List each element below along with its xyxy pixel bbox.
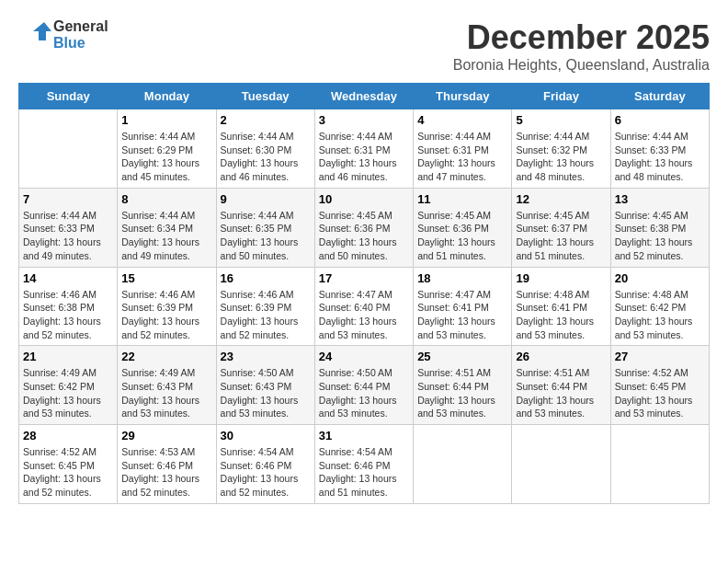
day-info: Sunrise: 4:44 AM Sunset: 6:31 PM Dayligh… bbox=[319, 130, 409, 184]
calendar-cell: 1 Sunrise: 4:44 AM Sunset: 6:29 PM Dayli… bbox=[118, 109, 216, 189]
calendar-cell: 11 Sunrise: 4:45 AM Sunset: 6:36 PM Dayl… bbox=[414, 188, 512, 267]
day-info: Sunrise: 4:44 AM Sunset: 6:33 PM Dayligh… bbox=[615, 130, 705, 184]
day-number: 20 bbox=[615, 271, 705, 285]
day-number: 25 bbox=[417, 350, 507, 363]
day-info: Sunrise: 4:52 AM Sunset: 6:45 PM Dayligh… bbox=[23, 445, 113, 500]
day-info: Sunrise: 4:47 AM Sunset: 6:41 PM Dayligh… bbox=[417, 288, 507, 342]
calendar-cell: 30 Sunrise: 4:54 AM Sunset: 6:46 PM Dayl… bbox=[216, 425, 314, 504]
day-number: 6 bbox=[615, 113, 705, 127]
location-title: Boronia Heights, Queensland, Australia bbox=[453, 57, 710, 74]
day-info: Sunrise: 4:53 AM Sunset: 6:46 PM Dayligh… bbox=[121, 445, 211, 500]
day-info: Sunrise: 4:44 AM Sunset: 6:29 PM Dayligh… bbox=[121, 130, 211, 184]
day-number: 31 bbox=[319, 429, 409, 442]
calendar-cell: 13 Sunrise: 4:45 AM Sunset: 6:38 PM Dayl… bbox=[610, 188, 709, 267]
calendar-cell: 16 Sunrise: 4:46 AM Sunset: 6:39 PM Dayl… bbox=[216, 267, 314, 346]
calendar-cell: 20 Sunrise: 4:48 AM Sunset: 6:42 PM Dayl… bbox=[610, 267, 709, 346]
weekday-header-sunday: Sunday bbox=[19, 84, 118, 109]
day-number: 11 bbox=[417, 192, 507, 206]
day-number: 4 bbox=[417, 113, 507, 127]
calendar-cell: 5 Sunrise: 4:44 AM Sunset: 6:32 PM Dayli… bbox=[512, 109, 610, 189]
logo-blue-text: Blue bbox=[53, 35, 108, 52]
weekday-header-tuesday: Tuesday bbox=[216, 84, 314, 109]
weekday-header-row: SundayMondayTuesdayWednesdayThursdayFrid… bbox=[19, 84, 710, 109]
calendar-cell: 19 Sunrise: 4:48 AM Sunset: 6:41 PM Dayl… bbox=[512, 267, 610, 346]
day-info: Sunrise: 4:51 AM Sunset: 6:44 PM Dayligh… bbox=[516, 366, 606, 420]
week-row-2: 7 Sunrise: 4:44 AM Sunset: 6:33 PM Dayli… bbox=[19, 188, 710, 267]
day-info: Sunrise: 4:45 AM Sunset: 6:38 PM Dayligh… bbox=[615, 209, 705, 263]
calendar-cell: 25 Sunrise: 4:51 AM Sunset: 6:44 PM Dayl… bbox=[414, 346, 512, 425]
calendar-cell bbox=[512, 425, 610, 504]
calendar-cell: 15 Sunrise: 4:46 AM Sunset: 6:39 PM Dayl… bbox=[118, 267, 216, 346]
calendar-cell: 23 Sunrise: 4:50 AM Sunset: 6:43 PM Dayl… bbox=[216, 346, 314, 425]
day-info: Sunrise: 4:48 AM Sunset: 6:41 PM Dayligh… bbox=[516, 288, 606, 342]
day-number: 12 bbox=[516, 192, 606, 206]
day-number: 22 bbox=[121, 350, 211, 363]
day-number: 15 bbox=[121, 271, 211, 285]
calendar-cell: 10 Sunrise: 4:45 AM Sunset: 6:36 PM Dayl… bbox=[314, 188, 413, 267]
weekday-header-wednesday: Wednesday bbox=[314, 84, 413, 109]
page-header: General Blue December 2025 Boronia Heigh… bbox=[18, 18, 710, 74]
day-info: Sunrise: 4:46 AM Sunset: 6:39 PM Dayligh… bbox=[121, 288, 211, 342]
day-info: Sunrise: 4:44 AM Sunset: 6:30 PM Dayligh… bbox=[221, 130, 311, 184]
calendar-cell: 3 Sunrise: 4:44 AM Sunset: 6:31 PM Dayli… bbox=[314, 109, 413, 189]
day-number: 2 bbox=[221, 113, 311, 127]
calendar-cell: 9 Sunrise: 4:44 AM Sunset: 6:35 PM Dayli… bbox=[216, 188, 314, 267]
day-info: Sunrise: 4:49 AM Sunset: 6:42 PM Dayligh… bbox=[23, 366, 113, 420]
calendar-cell bbox=[610, 425, 709, 504]
day-info: Sunrise: 4:52 AM Sunset: 6:45 PM Dayligh… bbox=[615, 366, 705, 420]
title-section: December 2025 Boronia Heights, Queenslan… bbox=[453, 18, 710, 74]
weekday-header-monday: Monday bbox=[118, 84, 216, 109]
day-info: Sunrise: 4:54 AM Sunset: 6:46 PM Dayligh… bbox=[319, 445, 409, 500]
day-info: Sunrise: 4:46 AM Sunset: 6:39 PM Dayligh… bbox=[221, 288, 311, 342]
day-number: 19 bbox=[516, 271, 606, 285]
day-number: 7 bbox=[23, 192, 113, 206]
calendar-cell: 21 Sunrise: 4:49 AM Sunset: 6:42 PM Dayl… bbox=[19, 346, 118, 425]
calendar-cell: 28 Sunrise: 4:52 AM Sunset: 6:45 PM Dayl… bbox=[19, 425, 118, 504]
day-info: Sunrise: 4:49 AM Sunset: 6:43 PM Dayligh… bbox=[121, 366, 211, 420]
day-info: Sunrise: 4:44 AM Sunset: 6:31 PM Dayligh… bbox=[417, 130, 507, 184]
calendar-cell: 27 Sunrise: 4:52 AM Sunset: 6:45 PM Dayl… bbox=[610, 346, 709, 425]
day-info: Sunrise: 4:47 AM Sunset: 6:40 PM Dayligh… bbox=[319, 288, 409, 342]
day-number: 28 bbox=[23, 429, 113, 442]
day-number: 26 bbox=[516, 350, 606, 363]
calendar-cell: 12 Sunrise: 4:45 AM Sunset: 6:37 PM Dayl… bbox=[512, 188, 610, 267]
calendar-cell: 8 Sunrise: 4:44 AM Sunset: 6:34 PM Dayli… bbox=[118, 188, 216, 267]
logo: General Blue bbox=[18, 18, 108, 52]
logo-container: General Blue bbox=[18, 18, 108, 52]
calendar-table: SundayMondayTuesdayWednesdayThursdayFrid… bbox=[18, 83, 710, 504]
day-info: Sunrise: 4:44 AM Sunset: 6:32 PM Dayligh… bbox=[516, 130, 606, 184]
calendar-cell: 6 Sunrise: 4:44 AM Sunset: 6:33 PM Dayli… bbox=[610, 109, 709, 189]
calendar-cell: 18 Sunrise: 4:47 AM Sunset: 6:41 PM Dayl… bbox=[414, 267, 512, 346]
calendar-cell: 26 Sunrise: 4:51 AM Sunset: 6:44 PM Dayl… bbox=[512, 346, 610, 425]
svg-marker-0 bbox=[33, 22, 51, 40]
day-info: Sunrise: 4:44 AM Sunset: 6:35 PM Dayligh… bbox=[221, 209, 311, 263]
week-row-4: 21 Sunrise: 4:49 AM Sunset: 6:42 PM Dayl… bbox=[19, 346, 710, 425]
day-number: 10 bbox=[319, 192, 409, 206]
day-number: 16 bbox=[221, 271, 311, 285]
day-number: 21 bbox=[23, 350, 113, 363]
day-info: Sunrise: 4:44 AM Sunset: 6:34 PM Dayligh… bbox=[121, 209, 211, 263]
day-info: Sunrise: 4:45 AM Sunset: 6:36 PM Dayligh… bbox=[319, 209, 409, 263]
calendar-cell: 22 Sunrise: 4:49 AM Sunset: 6:43 PM Dayl… bbox=[118, 346, 216, 425]
calendar-cell: 24 Sunrise: 4:50 AM Sunset: 6:44 PM Dayl… bbox=[314, 346, 413, 425]
calendar-cell: 2 Sunrise: 4:44 AM Sunset: 6:30 PM Dayli… bbox=[216, 109, 314, 189]
day-number: 1 bbox=[121, 113, 211, 127]
day-info: Sunrise: 4:54 AM Sunset: 6:46 PM Dayligh… bbox=[221, 445, 311, 500]
day-number: 29 bbox=[121, 429, 211, 442]
day-info: Sunrise: 4:48 AM Sunset: 6:42 PM Dayligh… bbox=[615, 288, 705, 342]
weekday-header-saturday: Saturday bbox=[610, 84, 709, 109]
day-number: 17 bbox=[319, 271, 409, 285]
day-info: Sunrise: 4:51 AM Sunset: 6:44 PM Dayligh… bbox=[417, 366, 507, 420]
weekday-header-thursday: Thursday bbox=[414, 84, 512, 109]
weekday-header-friday: Friday bbox=[512, 84, 610, 109]
week-row-1: 1 Sunrise: 4:44 AM Sunset: 6:29 PM Dayli… bbox=[19, 109, 710, 189]
calendar-cell bbox=[19, 109, 118, 189]
day-number: 23 bbox=[221, 350, 311, 363]
calendar-cell: 29 Sunrise: 4:53 AM Sunset: 6:46 PM Dayl… bbox=[118, 425, 216, 504]
week-row-5: 28 Sunrise: 4:52 AM Sunset: 6:45 PM Dayl… bbox=[19, 425, 710, 504]
day-number: 3 bbox=[319, 113, 409, 127]
day-info: Sunrise: 4:50 AM Sunset: 6:43 PM Dayligh… bbox=[221, 366, 311, 420]
day-number: 5 bbox=[516, 113, 606, 127]
calendar-cell: 31 Sunrise: 4:54 AM Sunset: 6:46 PM Dayl… bbox=[314, 425, 413, 504]
day-number: 9 bbox=[221, 192, 311, 206]
